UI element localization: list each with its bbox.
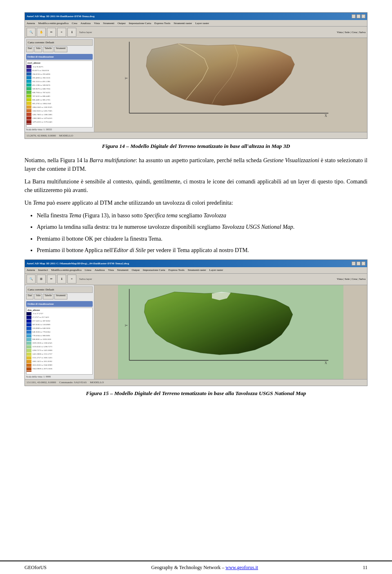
menu-output[interactable]: Output <box>118 22 125 25</box>
zoom-btn-f15[interactable]: 🔍 <box>27 275 36 284</box>
color-swatch-9 <box>27 94 31 98</box>
legend-item-11: 985.2765 to 1084.1045 <box>27 102 92 105</box>
editor-btn-f15[interactable]: ✏ <box>47 275 56 284</box>
menu-express[interactable]: Express Tools <box>154 22 170 25</box>
zoom-btn[interactable]: 🔍 <box>27 28 36 37</box>
g-color-swatch-17 <box>27 371 31 372</box>
menu-linea-f15[interactable]: Linea <box>85 268 91 272</box>
menu-express-f15[interactable]: Express Tools <box>168 268 184 272</box>
tabelle-btn-f15[interactable]: Tabelle <box>43 294 53 299</box>
window-body-fig14: Carta corrente: Default Dati Stile Tabel… <box>25 38 367 132</box>
g-color-swatch-11 <box>27 349 31 352</box>
figure-14-caption: Figura 14 – Modello Digitale del Terreno… <box>24 143 368 150</box>
strumenti-btn-f15[interactable]: Strumenti <box>54 294 67 299</box>
minimize-btn[interactable]: _ <box>352 14 356 18</box>
footer-brand: GEOforUS <box>24 565 47 571</box>
menu-strumenti[interactable]: Strumenti <box>103 22 114 25</box>
bullet-3: Premiamo il bottone OK per chiudere la f… <box>37 235 368 243</box>
titlebar-fig15: AutoCAD Map 3D 2011 C:\ManualeMap3D\Dwg\… <box>25 260 367 267</box>
menu-analizza-f15[interactable]: Analizza <box>95 268 105 272</box>
g-color-swatch-2 <box>27 316 31 319</box>
g-color-swatch-16 <box>27 367 31 371</box>
g-legend-item-12: 1421.0000 to 1551.2727 <box>27 353 92 356</box>
menu-vista[interactable]: Vista <box>94 22 100 25</box>
ricampo-btn[interactable]: ⊞ <box>37 275 46 284</box>
scale-fig15: Scala della vista: 1: 9999 <box>26 375 93 378</box>
page-container: AutoCAD Map 3D 2011 04-DatiRaster-DTM-Te… <box>0 0 392 574</box>
editor-btn[interactable]: ✏ <box>47 28 56 37</box>
menu-impostazione[interactable]: Impostazione Carta <box>129 22 151 25</box>
menubar-fig14: Annota Modifica entità geografica Crea A… <box>25 20 367 27</box>
g-color-swatch-13 <box>27 356 31 360</box>
menu-crea[interactable]: Crea <box>72 22 77 25</box>
legend-title-fig14: stori_altezze <box>27 61 92 65</box>
titlebar-text-fig15: AutoCAD Map 3D 2011 C:\ManualeMap3D\Dwg\… <box>27 262 129 265</box>
menu-impostazione-f15[interactable]: Impostazione Carta <box>143 268 165 272</box>
close-btn[interactable]: × <box>361 14 365 18</box>
p1-rest: : ha assunto un aspetto particolare, per… <box>136 157 263 163</box>
x-label: X <box>325 114 327 118</box>
b1-pre: Nella finestra <box>37 212 69 219</box>
color-swatch-16 <box>27 120 31 123</box>
footer-link[interactable]: www.geoforus.it <box>225 565 258 570</box>
dati-btn[interactable]: Dati <box>26 47 33 52</box>
stile-btn[interactable]: Stile <box>34 47 42 52</box>
coords-fig14: 13.2679, 42.9068, 0.0000 <box>27 134 56 137</box>
menu-layer-r-f15[interactable]: Layer raster <box>209 268 223 272</box>
toolbar-fig15: 🔍 ⊞ ✏ ℹ ≡ Salva layer Vista | Sole | Cre… <box>25 274 367 285</box>
menu-layer-raster[interactable]: Layer raster <box>195 22 209 25</box>
pan-btn[interactable]: ✋ <box>37 28 46 37</box>
g-color-swatch-9 <box>27 342 31 345</box>
g-color-swatch-1 <box>27 312 31 315</box>
layer-btn-f15[interactable]: ≡ <box>67 275 76 284</box>
b1-em3: Tavolozza <box>204 212 227 219</box>
group-btn-f15[interactable]: Ordine di visualizzazione <box>26 301 93 307</box>
p1-em2: Gestione Visualizzazioni <box>263 157 319 163</box>
meta-btn-f15[interactable]: ℹ <box>57 275 66 284</box>
layer-btn[interactable]: ≡ <box>57 28 66 37</box>
legend-item-4: 293.4836 to 392.3116 <box>27 76 92 79</box>
menu-output-f15[interactable]: Output <box>131 268 139 272</box>
g-legend-item-6: 648.3636 to 778.6364 <box>27 331 92 334</box>
menu-strumenti-r-f15[interactable]: Strumenti raster <box>188 268 206 272</box>
dati-btn-f15[interactable]: Dati <box>26 294 33 299</box>
modello-label: MODELLO <box>59 134 73 137</box>
legend-item-9: 787.6235 to 886.4485 <box>27 94 92 98</box>
bullet-4: Premiamo il bottone Applica nell'Editor … <box>37 246 368 255</box>
menu-strumenti-f15[interactable]: Strumenti <box>117 268 129 272</box>
minimize-btn-f15[interactable]: _ <box>352 261 356 266</box>
footer-tagline: Geography & Technology Network – www.geo… <box>151 565 258 571</box>
g-legend-item-2: 27.2727 to 257.5455 <box>27 316 92 319</box>
color-swatch-10 <box>27 98 31 101</box>
menu-modifica[interactable]: Modifica entità geografica <box>38 22 69 25</box>
strumenti-btn[interactable]: Strumenti <box>54 47 67 52</box>
meta-btn[interactable]: ℹ <box>67 28 76 37</box>
g-legend-item-5: 518.0909 to 648.3636 <box>27 327 92 330</box>
menu-modifica-f15[interactable]: Modifica entità geografica <box>51 268 81 272</box>
b4-pre: Premiamo il bottone Applica nell' <box>37 247 114 253</box>
close-btn-f15[interactable]: × <box>361 261 365 266</box>
titlebar-fig14: AutoCAD Map 3D 2011 04-DatiRaster-DTM-Te… <box>25 13 367 20</box>
menu-inserisci-f15[interactable]: Inserisci <box>38 268 48 272</box>
tabelle-btn[interactable]: Tabelle <box>43 47 53 52</box>
g-color-swatch-6 <box>27 331 31 334</box>
x-label-f15: X <box>325 361 327 365</box>
menu-annota[interactable]: Annota <box>27 22 35 25</box>
fig15-caption-bold: Figura 15 – Modello Digitale del Terreno… <box>86 390 306 396</box>
carta-corrente-text-f15: Carta corrente: Default <box>28 288 54 291</box>
menu-annota-f15[interactable]: Annota <box>27 268 35 272</box>
menu-analizza[interactable]: Analizza <box>80 22 91 25</box>
legend-item-3: 194.6556 to 293.4836 <box>27 72 92 76</box>
figure-14-screenshot: AutoCAD Map 3D 2011 04-DatiRaster-DTM-Te… <box>24 12 368 139</box>
sidebar-toolbar-fig15: Dati Stile Tabelle Strumenti <box>26 294 93 300</box>
menu-strumenti-raster[interactable]: Strumenti raster <box>174 22 192 25</box>
g-color-swatch-12 <box>27 353 31 356</box>
paragraph-1: Notiamo, nella Figura 14 la Barra multif… <box>24 156 368 173</box>
maximize-btn-f15[interactable]: □ <box>356 261 361 266</box>
maximize-btn[interactable]: □ <box>356 14 361 18</box>
legend-items-fig15: -3 to 27.2727 27.2727 to 257.5455 257.54… <box>27 312 92 372</box>
g-legend-item-13: 1551.2727 to 1681.5455 <box>27 356 92 360</box>
stile-btn-f15[interactable]: Stile <box>34 294 42 299</box>
group-btn[interactable]: Ordine di visualizzazione <box>26 54 93 60</box>
menu-vista-f15[interactable]: Vista <box>108 268 114 272</box>
